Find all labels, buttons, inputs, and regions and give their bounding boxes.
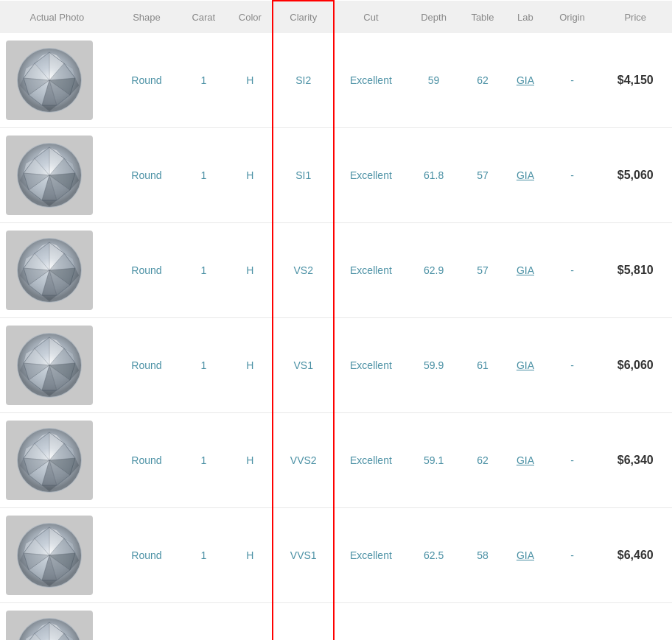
shape-cell: Round [114,603,179,641]
carat-cell: 1 [179,33,228,128]
header-price: Price [598,1,672,33]
table-cell: 62 [461,413,505,508]
carat-cell: 1 [179,508,228,603]
price-cell: $6,060 [598,318,672,413]
origin-cell: - [546,603,599,641]
shape-cell: Round [114,33,179,128]
diamond-image [6,516,93,595]
depth-cell: 59.9 [407,318,461,413]
header-color: Color [228,1,273,33]
cut-cell: Excellent [334,128,407,223]
header-lab: Lab [505,1,545,33]
diamond-photo-cell[interactable] [0,413,114,508]
color-cell: H [228,508,273,603]
depth-cell: 59.1 [407,413,461,508]
header-actual-photo: Actual Photo [0,1,114,33]
table-row: Round 1 H SI1 Excellent 61.8 57 GIA - $5… [0,128,672,223]
price-cell: $4,150 [598,33,672,128]
clarity-cell: IF [273,603,334,641]
table-row: Round 1 H VVS1 Excellent 62.5 58 GIA - $… [0,508,672,603]
carat-cell: 1 [179,223,228,318]
header-row: Actual Photo Shape Carat Color Clarity C… [0,1,672,33]
lab-cell[interactable]: GIA [505,128,545,223]
table-cell: 60 [461,603,505,641]
depth-cell: 62.5 [407,508,461,603]
shape-cell: Round [114,223,179,318]
header-carat: Carat [179,1,228,33]
table-cell: 61 [461,318,505,413]
color-cell: H [228,128,273,223]
shape-cell: Round [114,128,179,223]
diamond-image [6,231,93,310]
price-cell: $5,060 [598,128,672,223]
depth-cell: 59 [407,33,461,128]
origin-cell: - [546,223,599,318]
lab-cell[interactable]: GIA [505,223,545,318]
carat-cell: 1 [179,603,228,641]
table-cell: 62 [461,33,505,128]
origin-cell: - [546,508,599,603]
cut-cell: Excellent [334,223,407,318]
color-cell: H [228,413,273,508]
lab-cell[interactable]: GIA [505,603,545,641]
carat-cell: 1 [179,413,228,508]
carat-cell: 1 [179,318,228,413]
cut-cell: Excellent [334,603,407,641]
lab-cell[interactable]: GIA [505,508,545,603]
depth-cell: 62.9 [407,223,461,318]
header-depth: Depth [407,1,461,33]
cut-cell: Excellent [334,508,407,603]
diamond-photo-cell[interactable] [0,128,114,223]
origin-cell: - [546,33,599,128]
origin-cell: - [546,128,599,223]
origin-cell: - [546,318,599,413]
lab-cell[interactable]: GIA [505,413,545,508]
lab-link[interactable]: GIA [517,264,534,276]
price-cell: $6,940 [598,603,672,641]
clarity-cell: VVS1 [273,508,334,603]
price-cell: $5,810 [598,223,672,318]
table-cell: 57 [461,223,505,318]
table-cell: 58 [461,508,505,603]
table-row: Round 1 H VVS2 Excellent 59.1 62 GIA - $… [0,413,672,508]
cut-cell: Excellent [334,413,407,508]
clarity-cell: VS1 [273,318,334,413]
lab-cell[interactable]: GIA [505,33,545,128]
clarity-cell: SI2 [273,33,334,128]
table-row: Round 1 H SI2 Excellent 59 62 GIA - $4,1… [0,33,672,128]
clarity-cell: VVS2 [273,413,334,508]
price-cell: $6,460 [598,508,672,603]
color-cell: H [228,33,273,128]
diamond-image [6,611,93,640]
color-cell: H [228,318,273,413]
lab-link[interactable]: GIA [517,169,534,181]
cut-cell: Excellent [334,318,407,413]
depth-cell: 62.2 [407,603,461,641]
lab-link[interactable]: GIA [517,74,534,86]
diamond-image [6,421,93,500]
clarity-cell: SI1 [273,128,334,223]
diamond-photo-cell[interactable] [0,33,114,128]
header-table: Table [461,1,505,33]
diamond-image [6,136,93,215]
diamond-photo-cell[interactable] [0,508,114,603]
diamond-photo-cell[interactable] [0,318,114,413]
table-row: Round 1 H IF Excellent 62.2 60 GIA - $6,… [0,603,672,641]
table-row: Round 1 H VS2 Excellent 62.9 57 GIA - $5… [0,223,672,318]
clarity-cell: VS2 [273,223,334,318]
price-cell: $6,340 [598,413,672,508]
lab-cell[interactable]: GIA [505,318,545,413]
diamond-image [6,326,93,405]
header-clarity: Clarity [273,1,334,33]
lab-link[interactable]: GIA [517,549,534,561]
lab-link[interactable]: GIA [517,454,534,466]
table-cell: 57 [461,128,505,223]
shape-cell: Round [114,508,179,603]
lab-link[interactable]: GIA [517,359,534,371]
depth-cell: 61.8 [407,128,461,223]
shape-cell: Round [114,318,179,413]
diamond-image [6,41,93,120]
diamond-photo-cell[interactable] [0,603,114,641]
header-shape: Shape [114,1,179,33]
diamond-photo-cell[interactable] [0,223,114,318]
